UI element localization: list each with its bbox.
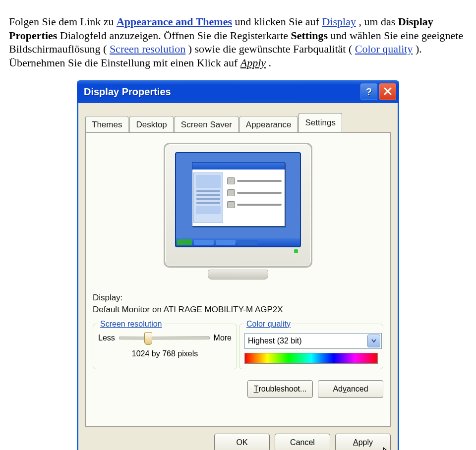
- screen-resolution-group: Screen resolution Less More 1024 by 768 …: [93, 324, 237, 369]
- text: Dialogfeld anzuzeigen. Öffnen Sie die Re…: [60, 29, 291, 42]
- tab-strip: Themes Desktop Screen Saver Appearance S…: [78, 103, 398, 132]
- cancel-button[interactable]: Cancel: [275, 434, 330, 450]
- color-quality-group: Color quality Highest (32 bit): [239, 324, 383, 369]
- screen-resolution-link[interactable]: Screen resolution: [110, 43, 185, 55]
- slider-less-label: Less: [98, 333, 115, 343]
- apply-mnemonic: A: [353, 438, 358, 448]
- text: , um das: [358, 15, 398, 28]
- color-spectrum: [244, 353, 378, 364]
- advanced-button[interactable]: Advanced: [318, 380, 383, 398]
- power-led-icon: [294, 249, 298, 253]
- instruction-paragraph: Folgen Sie dem Link zu Appearance and Th…: [9, 15, 467, 69]
- slider-more-label: More: [214, 333, 232, 343]
- text: Folgen Sie dem Link zu: [9, 15, 117, 28]
- settings-term: Settings: [291, 29, 328, 42]
- display-link[interactable]: Display: [322, 15, 356, 28]
- apply-term: Apply: [240, 56, 266, 69]
- chevron-down-icon: [367, 335, 380, 347]
- troubleshoot-mnemonic: T: [254, 384, 259, 394]
- close-icon: [384, 86, 392, 98]
- color-quality-link[interactable]: Color quality: [355, 43, 413, 55]
- help-icon: ?: [366, 86, 372, 98]
- display-value: Default Monitor on ATI RAGE MOBILITY-M A…: [93, 304, 383, 315]
- tab-appearance[interactable]: Appearance: [239, 116, 298, 133]
- ok-button[interactable]: OK: [214, 434, 270, 450]
- display-properties-dialog: Display Properties ? Themes Desktop Scre…: [77, 80, 399, 450]
- tab-screen-saver[interactable]: Screen Saver: [175, 116, 238, 133]
- apply-rest: pply: [358, 438, 373, 448]
- text: ) sowie die gewünschte Farbqualität (: [188, 43, 353, 55]
- window-title: Display Properties: [84, 86, 171, 98]
- color-quality-title: Color quality: [244, 319, 293, 329]
- screen-resolution-title: Screen resolution: [98, 319, 164, 329]
- slider-thumb-icon[interactable]: [144, 332, 152, 345]
- help-button[interactable]: ?: [360, 83, 377, 100]
- tab-themes[interactable]: Themes: [85, 116, 128, 133]
- cursor-icon: [382, 447, 393, 450]
- troubleshoot-label: roubleshoot...: [258, 384, 306, 394]
- advanced-mnemonic: v: [343, 384, 347, 394]
- resolution-slider[interactable]: [119, 337, 210, 339]
- close-button[interactable]: [379, 83, 396, 100]
- appearance-themes-link[interactable]: Appearance and Themes: [117, 15, 232, 28]
- troubleshoot-button[interactable]: Troubleshoot...: [247, 380, 313, 398]
- titlebar[interactable]: Display Properties ?: [77, 80, 399, 103]
- cancel-label: Cancel: [290, 438, 315, 448]
- tab-settings[interactable]: Settings: [298, 113, 342, 132]
- advanced-rest: anced: [347, 384, 368, 394]
- resolution-readout: 1024 by 768 pixels: [98, 349, 232, 359]
- monitor-preview: [93, 140, 383, 291]
- ok-label: OK: [236, 438, 247, 448]
- text: .: [269, 56, 272, 69]
- advanced-prefix: Ad: [333, 384, 343, 394]
- settings-tab-body: Display: Default Monitor on ATI RAGE MOB…: [85, 132, 391, 427]
- text: und klicken Sie auf: [235, 15, 322, 28]
- preview-screen: [175, 152, 301, 247]
- apply-button[interactable]: Apply: [335, 434, 391, 450]
- color-quality-selected: Highest (32 bit): [248, 336, 302, 346]
- color-quality-combo[interactable]: Highest (32 bit): [244, 333, 382, 349]
- display-label: Display:: [93, 292, 383, 303]
- tab-desktop[interactable]: Desktop: [129, 116, 173, 133]
